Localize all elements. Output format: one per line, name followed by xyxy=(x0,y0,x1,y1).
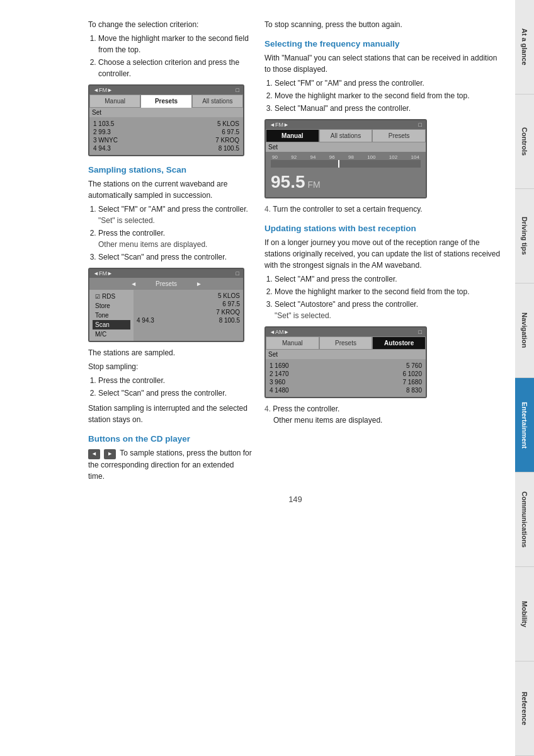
page-container: To change the selection criterion: Move … xyxy=(0,0,534,756)
tab-manual-4[interactable]: Manual xyxy=(266,336,319,350)
scan-rows: 5 KLOS 6 97.5 7 KROQ 4 94.38 100.5 xyxy=(134,290,243,341)
scan-steps: Select "FM" or "AM" and press the contro… xyxy=(88,203,252,263)
screen-am-autostore: ◄ AM ► □ Manual Presets Autostore Set 1 … xyxy=(264,326,427,398)
tab-presets[interactable]: Presets xyxy=(140,94,191,108)
freq-bar xyxy=(271,160,421,168)
freq-value-row: 95.5 FM xyxy=(271,169,421,195)
fm-label-3: FM xyxy=(275,122,283,128)
screen-row: 2 99.36 97.5 xyxy=(93,128,239,136)
screen-tabs-3: Manual All stations Presets xyxy=(266,129,426,142)
arrow-right-3: ► xyxy=(283,122,289,128)
intro-text: To change the selection criterion: xyxy=(88,19,252,30)
freq-marker xyxy=(338,160,339,168)
screen-fm-presets: ◄ FM ► □ Manual Presets All stations Set… xyxy=(88,84,244,156)
update-steps: Select "AM" and press the controller. Mo… xyxy=(264,273,503,321)
fm-label-2: FM xyxy=(99,270,107,277)
left-column: To change the selection criterion: Move … xyxy=(88,19,252,484)
freq-labels: 9092949698100102104 xyxy=(271,154,421,160)
mc-item[interactable]: M/C xyxy=(93,329,130,339)
screen-fm-manual: ◄ FM ► □ Manual All stations Presets Set… xyxy=(264,119,427,198)
right-sidebar: At a glance Controls Driving tips Naviga… xyxy=(515,0,534,756)
sidebar-tab-controls[interactable]: Controls xyxy=(515,94,534,189)
list-item: Move the highlight marker to the second … xyxy=(98,33,252,55)
freq-number: 95.5 xyxy=(271,172,305,192)
sidebar-tab-communications[interactable]: Communications xyxy=(515,472,534,567)
list-item: Move the highlight marker to the second … xyxy=(275,286,503,297)
sidebar-tab-navigation[interactable]: Navigation xyxy=(515,284,534,378)
screen-body-4: 1 16905 760 2 14706 1020 3 9607 1680 4 1… xyxy=(266,359,426,397)
screen-row: 4 14808 830 xyxy=(270,386,422,394)
screen-row: 7 KROQ xyxy=(137,308,240,316)
tone-item[interactable]: Tone xyxy=(93,311,130,320)
list-item: Move the highlight marker to the second … xyxy=(275,90,503,101)
sampled-text: The stations are sampled. xyxy=(88,347,252,358)
arrow-right-2: ► xyxy=(107,270,113,277)
step4b: 4. Press the controller. Other menu item… xyxy=(264,403,503,426)
set-row-3: Set xyxy=(266,142,426,152)
list-item: Select "Scan" and press the controller. xyxy=(98,387,252,399)
arrow-right: ► xyxy=(107,87,113,93)
freq-unit: FM xyxy=(308,180,321,190)
sidebar-tab-entertainment[interactable]: Entertainment xyxy=(515,378,534,472)
screen-body: 1 103.55 KLOS 2 99.36 97.5 3 WNYC7 KROQ … xyxy=(89,117,243,155)
corner: □ xyxy=(236,270,239,277)
tab-all-3[interactable]: All stations xyxy=(319,129,373,142)
screen-row: 6 97.5 xyxy=(137,300,240,308)
cd-back-button[interactable]: ◄ xyxy=(88,449,100,459)
corner-icon: □ xyxy=(236,87,239,93)
list-item: Select "Scan" and press the controller. xyxy=(98,251,252,263)
freq-display: 9092949698100102104 95.5 FM xyxy=(266,152,426,197)
screen-top-bar-4: ◄ AM ► □ xyxy=(266,328,426,336)
list-item: Choose a selection criterion and press t… xyxy=(98,57,252,79)
arrow-right-4: ► xyxy=(283,329,289,335)
list-item: Select "FM" or "AM" and press the contro… xyxy=(98,203,252,226)
screen-top-bar-2: ◄ FM ► □ xyxy=(89,269,243,278)
tab-presets-4[interactable]: Presets xyxy=(319,336,373,350)
columns: To change the selection criterion: Move … xyxy=(88,19,503,484)
rds-item[interactable]: ☑RDS xyxy=(93,292,130,301)
sidebar-tab-reference[interactable]: Reference xyxy=(515,662,534,756)
list-item: Select "AM" and press the controller. xyxy=(275,273,503,285)
corner-4: □ xyxy=(419,329,422,335)
arrow-left-4: ◄ xyxy=(270,329,275,335)
tab-manual-3[interactable]: Manual xyxy=(266,129,319,142)
sidebar-tab-driving-tips[interactable]: Driving tips xyxy=(515,189,534,284)
main-content: To change the selection criterion: Move … xyxy=(0,0,515,756)
screen-row: 3 WNYC7 KROQ xyxy=(93,136,239,144)
list-item: Select "Manual" and press the controller… xyxy=(275,103,503,114)
store-item[interactable]: Store xyxy=(93,301,130,311)
update-section-title: Updating stations with best reception xyxy=(264,224,503,233)
list-item: Press the controller. xyxy=(98,375,252,386)
screen-fm-scan: ◄ FM ► □ ◄Presets► ☑RDS Store Tone Scan xyxy=(88,268,244,342)
cd-section-title: Buttons on the CD player xyxy=(88,434,252,444)
set-row: Set xyxy=(89,108,243,117)
list-item: Select "Autostore" and press the control… xyxy=(275,299,503,321)
screen-row: 4 94.38 100.5 xyxy=(137,316,240,324)
stop-sampling: Stop sampling: xyxy=(88,361,252,372)
step4-text: 4. Turn the controller to set a certain … xyxy=(264,203,503,215)
screen-tabs-4: Manual Presets Autostore xyxy=(266,336,426,350)
scan-intro: The stations on the current waveband are… xyxy=(88,178,252,201)
screen-row: 5 KLOS xyxy=(137,292,240,300)
tab-manual[interactable]: Manual xyxy=(89,94,140,108)
scan-item[interactable]: Scan xyxy=(93,320,130,329)
update-intro: If on a longer journey you move out of t… xyxy=(264,237,503,271)
cd-forward-button[interactable]: ► xyxy=(104,449,116,459)
tab-presets-3[interactable]: Presets xyxy=(372,129,426,142)
manual-intro: With "Manual" you can select stations th… xyxy=(264,52,503,75)
sidebar-tab-mobility[interactable]: Mobility xyxy=(515,567,534,662)
tab-autostore[interactable]: Autostore xyxy=(372,336,426,350)
screen-row: 2 14706 1020 xyxy=(270,370,422,378)
screen-row: 4 94.38 100.5 xyxy=(93,144,239,152)
page-number: 149 xyxy=(88,495,503,504)
arrow-left-3: ◄ xyxy=(270,122,275,128)
scan-menu-left: ☑RDS Store Tone Scan M/C xyxy=(89,290,134,341)
scan-menu-area: ☑RDS Store Tone Scan M/C 5 KLOS 6 97.5 7… xyxy=(89,290,243,341)
sidebar-tab-at-a-glance[interactable]: At a glance xyxy=(515,0,534,94)
cd-text: ◄ ► To sample stations, press the button… xyxy=(88,447,252,482)
tab-all-stations[interactable]: All stations xyxy=(192,94,243,108)
steps-list-1: Move the highlight marker to the second … xyxy=(88,33,252,79)
manual-steps: Select "FM" or "AM" and press the contro… xyxy=(264,77,503,114)
arrow-left: ◄ xyxy=(93,87,99,93)
scan-section-title: Sampling stations, Scan xyxy=(88,165,252,175)
